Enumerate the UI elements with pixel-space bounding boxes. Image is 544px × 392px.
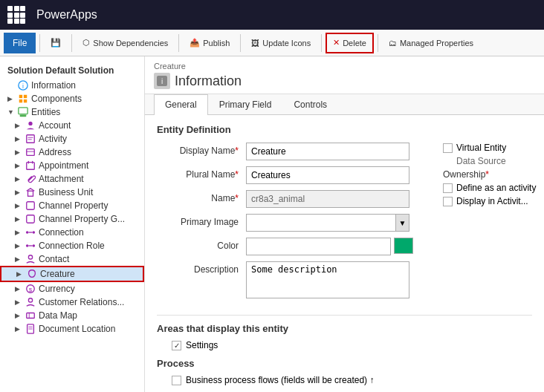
entity-definition-title: Entity Definition [157,124,532,135]
svg-rect-9 [27,135,35,143]
color-swatch[interactable] [394,238,413,254]
svg-rect-17 [28,191,33,196]
sidebar-item-data-map[interactable]: ▶ Data Map [0,309,144,322]
sidebar-label-customer-relations: Customer Relations... [39,297,124,307]
color-label: Color [157,238,246,251]
svg-rect-2 [19,95,22,98]
sidebar-item-channel-property[interactable]: ▶ Channel Property [0,199,144,212]
svg-point-21 [33,231,36,234]
sidebar-item-customer-relations[interactable]: ▶ Customer Relations... [0,295,144,309]
sidebar-item-appointment[interactable]: ▶ Appointment [0,159,144,172]
expand-icon: ▶ [15,312,22,319]
page-icon: i [155,74,169,88]
toolbar-separator-6 [378,34,378,52]
sidebar-label-currency: Currency [39,284,75,294]
primary-image-input[interactable] [247,215,395,230]
show-dependencies-button[interactable]: ⬡ Show Dependencies [76,33,175,53]
sidebar-item-address[interactable]: ▶ Address [0,146,144,159]
svg-point-24 [33,244,36,247]
name-row: Name* [157,190,413,208]
ownership-label: Ownership* [443,169,544,180]
primary-image-select[interactable]: ▼ [246,214,409,232]
attachment-icon [25,174,36,184]
information-icon: i [18,80,28,91]
svg-text:i: i [22,82,24,90]
sidebar-item-attachment[interactable]: ▶ Attachment [0,172,144,186]
settings-label: Settings [186,340,218,350]
expand-icon: ▶ [15,298,22,306]
expand-icon: ▶ [7,95,15,102]
sidebar-item-currency[interactable]: ▶ $ Currency [0,282,144,295]
sidebar-item-components[interactable]: ▶ Components [0,92,144,105]
svg-text:$: $ [29,287,33,293]
channel-property-g-icon [25,214,36,224]
save-button[interactable]: 💾 [44,33,68,53]
managed-properties-icon: 🗂 [389,39,397,48]
expand-icon: ▶ [15,175,22,183]
sidebar-item-entities[interactable]: ▼ Entities [0,105,144,119]
sidebar-label-connection: Connection [39,227,84,238]
waffle-menu-icon[interactable] [7,6,25,24]
account-icon [25,120,36,131]
description-input[interactable]: Some description [246,261,409,298]
sidebar-item-channel-property-g[interactable]: ▶ Channel Property G... [0,212,144,226]
settings-checkbox[interactable] [172,341,181,350]
top-bar: PowerApps [0,0,544,30]
connection-role-icon [25,241,36,251]
toolbar-separator-2 [71,34,72,52]
sidebar-item-contact[interactable]: ▶ Contact [0,252,144,266]
sidebar-item-account[interactable]: ▶ Account [0,119,144,132]
color-input[interactable] [246,238,391,255]
file-button[interactable]: File [4,33,36,53]
expand-icon: ▶ [15,162,22,169]
business-process-flows-label: Business process flows (fields will be c… [186,375,374,385]
sidebar: Solution Default Solution i Information … [0,56,145,392]
form-fields-right: Virtual Entity Data Source Ownership* De… [443,143,544,304]
business-process-flows-checkbox[interactable] [172,376,181,385]
plural-name-input[interactable] [246,166,409,184]
publish-button[interactable]: 📤 Publish [183,33,236,53]
display-in-activity-row: Display in Activit... [443,196,544,206]
process-title: Process [157,355,532,369]
sidebar-item-business-unit[interactable]: ▶ Business Unit [0,186,144,199]
define-as-activity-row: Define as an activity [443,183,544,193]
sidebar-item-connection-role[interactable]: ▶ Connection Role [0,239,144,252]
sidebar-item-activity[interactable]: ▶ Activity [0,132,144,146]
sidebar-label-channel-property-g: Channel Property G... [39,214,125,224]
primary-image-arrow[interactable]: ▼ [395,215,409,231]
delete-button[interactable]: ✕ Delete [326,33,374,53]
managed-properties-button[interactable]: 🗂 Managed Properties [382,33,480,53]
svg-point-8 [28,122,32,125]
expand-icon: ▶ [15,215,22,223]
display-name-row: Display Name* [157,143,413,160]
display-in-activity-checkbox[interactable] [443,197,453,206]
plural-name-row: Plural Name* [157,166,413,184]
update-icons-icon: 🖼 [251,39,259,48]
sidebar-label-business-unit: Business Unit [39,187,93,197]
plural-name-label: Plural Name* [157,166,246,180]
update-icons-button[interactable]: 🖼 Update Icons [245,33,317,53]
tab-general[interactable]: General [154,94,208,115]
svg-point-29 [28,298,32,302]
svg-rect-4 [19,99,22,102]
virtual-entity-checkbox[interactable] [443,143,453,153]
display-name-input[interactable] [246,143,409,160]
toolbar: File 💾 ⬡ Show Dependencies 📤 Publish 🖼 U… [0,30,544,56]
description-label: Description [157,261,246,275]
sidebar-item-document-location[interactable]: ▶ Document Location [0,322,144,336]
expand-icon: ▶ [15,189,22,196]
entities-icon [18,107,28,117]
sidebar-item-creature[interactable]: ▶ Creature [0,266,144,282]
name-input[interactable] [246,190,409,208]
publish-icon: 📤 [190,38,200,48]
tab-controls[interactable]: Controls [282,94,338,114]
tab-primary-field[interactable]: Primary Field [208,94,283,114]
svg-point-23 [26,244,29,247]
sidebar-label-account: Account [39,120,71,131]
virtual-entity-row: Virtual Entity [443,143,544,153]
define-as-activity-checkbox[interactable] [443,183,453,193]
data-source-label: Data Source [456,156,544,166]
display-in-activity-label: Display in Activit... [456,196,528,206]
sidebar-item-connection[interactable]: ▶ Connection [0,226,144,239]
sidebar-item-information[interactable]: i Information [0,79,144,92]
